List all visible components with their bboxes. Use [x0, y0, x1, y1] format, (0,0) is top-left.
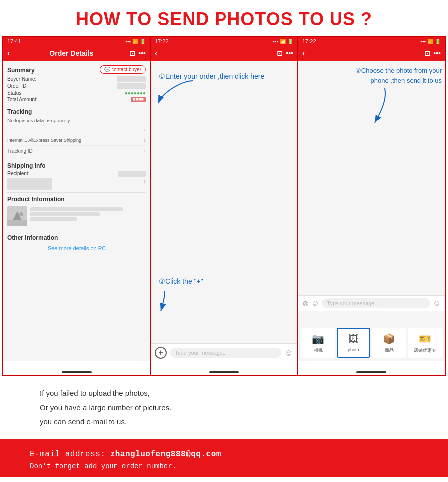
panel-chat-1: 17:22 ▪▪▪ 📶 🔋 ‹ ⊡ ••• ①Enter your order … [151, 37, 298, 375]
camera-icon: 📷 [311, 332, 325, 346]
more-icon-3[interactable]: ••• [433, 49, 441, 57]
address-row: › [7, 178, 146, 190]
photo-item-product[interactable]: 📦 商品 [372, 328, 406, 358]
panel-chat-2: 17:22 ▪▪▪ 📶 🔋 ‹ ⊡ ••• ③Choose the photo … [298, 37, 445, 375]
order-id-value [117, 83, 146, 89]
chat-input-3[interactable]: Type your message... [322, 298, 430, 308]
nav-bar-2: ‹ ⊡ ••• [151, 46, 297, 61]
chat-bottom-bar-2: + Type your message... ☺ [151, 343, 297, 362]
sticker-icon[interactable]: ☺ [311, 299, 319, 308]
email-banner: E-mail address: zhangluofeng888@qq.com D… [0, 439, 448, 477]
svg-point-2 [19, 212, 23, 216]
phones-row: 17:41 ▪▪▪ 📶 🔋 ‹ Order Details ⊡ ••• Summ… [2, 36, 446, 376]
contact-buyer-button[interactable]: 💬 contact buyer [100, 65, 146, 74]
photo-grid: 📷 相机 🖼 photo 📦 商品 🎫 店铺优惠券 [301, 328, 442, 358]
emoji-icon-2[interactable]: ☺ [284, 348, 293, 358]
signal-icon-3: ▪▪▪ [420, 39, 426, 44]
buyer-name-label: Buyer Name: [7, 76, 36, 82]
see-more-link[interactable]: See more details on PC [7, 242, 146, 254]
home-bar-line-3 [356, 371, 386, 373]
nav-right-icons-3: ⊡ ••• [424, 49, 441, 57]
product-info-label: Product Information [7, 196, 146, 203]
info-line2: Or you have a large number of pictures. [40, 401, 408, 415]
photo-selector: 📷 相机 🖼 photo 📦 商品 🎫 店铺优惠券 [298, 324, 445, 362]
chevron-icon-1[interactable]: › [144, 126, 146, 133]
status-bar-2: 17:22 ▪▪▪ 📶 🔋 [151, 37, 297, 46]
order-id-row: Order ID: [7, 83, 146, 89]
photo-item-camera[interactable]: 📷 相机 [301, 328, 335, 358]
back-arrow-2[interactable]: ‹ [155, 49, 157, 58]
share-icon[interactable]: ⊡ [129, 49, 135, 57]
tracking-label: Tracking [7, 108, 146, 115]
camera-label: 相机 [314, 347, 323, 354]
address-text [7, 178, 144, 190]
other-info-label: Other information [7, 234, 146, 241]
tracking-id-row: Tracking ID › [7, 146, 146, 156]
back-arrow-1[interactable]: ‹ [7, 49, 10, 58]
photo-item-coupon[interactable]: 🎫 店铺优惠券 [408, 328, 442, 358]
annotation-step2: ②Click the "+" [155, 272, 207, 289]
status-label: Status [7, 90, 21, 96]
annotation3-container: ③Choose the photo from your phone ,then … [298, 61, 445, 90]
status-bar-1: 17:41 ▪▪▪ 📶 🔋 [3, 37, 150, 46]
battery-icon-3: 🔋 [435, 39, 441, 44]
total-row: Total Amount: ■■■■ [7, 97, 146, 102]
plus-button[interactable]: + [155, 347, 167, 359]
tracking-id-label: Tracking ID [7, 148, 33, 154]
nav-right-icons-1: ⊡ ••• [129, 49, 146, 57]
home-bar-3 [298, 362, 445, 375]
status-bar-3: 17:22 ▪▪▪ 📶 🔋 [298, 37, 445, 46]
time-1: 17:41 [7, 38, 21, 44]
emoji-icon-3[interactable]: ☺ [433, 299, 441, 308]
summary-header: Summary 💬 contact buyer [7, 64, 146, 75]
arrow-svg-1 [153, 76, 203, 106]
coupon-icon: 🎫 [418, 332, 432, 346]
photo-item-photo[interactable]: 🖼 photo [337, 328, 371, 358]
product-label: 商品 [385, 347, 394, 354]
product-image [7, 206, 27, 226]
panel-order-details: 17:41 ▪▪▪ 📶 🔋 ‹ Order Details ⊡ ••• Summ… [3, 37, 151, 375]
home-bar-line-1 [62, 371, 92, 373]
signal-icon-2: ▪▪▪ [273, 39, 278, 44]
home-bar-1 [3, 362, 150, 375]
chat-bottom-bar-3: ⊗ ☺ Type your message... ☺ [298, 295, 445, 311]
email-address[interactable]: zhangluofeng888@qq.com [111, 450, 221, 459]
home-bar-line-2 [209, 371, 239, 373]
product-row [7, 204, 146, 228]
annotation2-container: ②Click the "+" [155, 272, 207, 316]
time-3: 17:22 [302, 38, 316, 44]
more-icon[interactable]: ••• [138, 49, 146, 57]
chat-placeholder-3: Type your message... [327, 300, 379, 306]
status-icons-2: ▪▪▪ 📶 🔋 [273, 39, 293, 44]
nav-title-1: Order Details [13, 49, 129, 57]
share-icon-3[interactable]: ⊡ [424, 49, 430, 57]
arrow-svg-2 [155, 289, 185, 314]
annotation3-line1: ③Choose the photo from your [355, 67, 442, 74]
total-value: ■■■■ [131, 97, 146, 102]
chevron-icon-2[interactable]: › [144, 137, 146, 144]
dont-forget-text: Don't forget add your order number. [30, 462, 418, 470]
chevron-icon-3[interactable]: › [144, 147, 146, 154]
chevron-icon-4[interactable]: › [144, 178, 146, 185]
order-id-label: Order ID: [7, 83, 28, 89]
buyer-name-value [117, 76, 146, 82]
status-row: Status ●●●●●●● [7, 90, 146, 96]
info-section: If you failed to upload the photos, Or y… [0, 376, 448, 439]
message-icon: 💬 [104, 67, 110, 72]
total-label: Total Amount: [7, 97, 38, 102]
wifi-icon-2: 📶 [280, 39, 286, 44]
share-icon-2[interactable]: ⊡ [277, 49, 283, 57]
contact-btn-label: contact buyer [112, 67, 141, 72]
back-arrow-3[interactable]: ‹ [302, 49, 305, 58]
annotation-step3: ③Choose the photo from your phone ,then … [301, 66, 442, 85]
chat-input-2[interactable]: Type your message... [170, 348, 281, 358]
recipient-row: Recipient: [7, 171, 146, 177]
nav-bar-1: ‹ Order Details ⊡ ••• [3, 46, 150, 61]
battery-icon-2: 🔋 [287, 39, 293, 44]
more-icon-2[interactable]: ••• [286, 49, 293, 57]
tracking-row: › [7, 125, 146, 135]
close-circle-icon[interactable]: ⊗ [302, 299, 309, 308]
divider-2 [7, 159, 146, 159]
status-value: ●●●●●●● [125, 90, 146, 96]
wifi-icon: 📶 [132, 39, 138, 44]
